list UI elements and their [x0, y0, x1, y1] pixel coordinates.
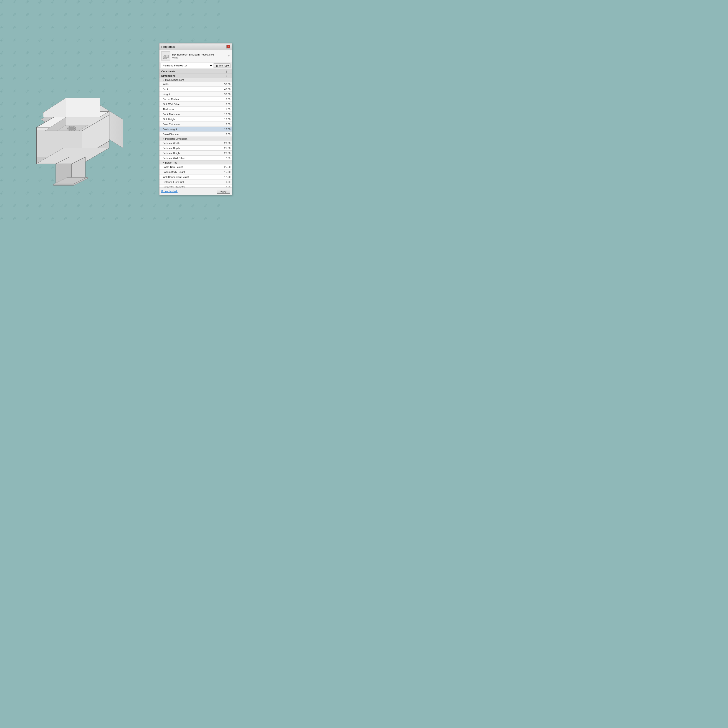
- prop-row-height: Height 90.00: [159, 92, 232, 97]
- svg-marker-25: [54, 184, 74, 185]
- prop-value-sink-height[interactable]: 15.00: [216, 118, 232, 121]
- item-name: RD_Bathroom Sink Semi Pedestal 05: [172, 53, 226, 57]
- section-dimensions-collapse: ⋮⋮: [225, 75, 230, 77]
- prop-value-drain-diameter[interactable]: 6.00: [216, 132, 232, 136]
- item-thumbnail: [161, 51, 170, 61]
- prop-label-pedestal-depth: Pedestal Depth: [159, 146, 216, 150]
- bottle-trap-arrow-icon: ▶: [163, 162, 164, 164]
- prop-row-basin-height: Basin Height 12.00: [159, 127, 232, 132]
- properties-scroll-area[interactable]: Constraints ⋮⋮ Dimensions ⋮⋮ ▶ Main Dime…: [159, 69, 232, 187]
- prop-value-pedestal-width[interactable]: 20.00: [216, 141, 232, 145]
- prop-row-pedestal-wall-offset: Pedestal Wall Offset 2.00: [159, 156, 232, 161]
- prop-label-width: Width: [159, 83, 216, 86]
- prop-value-thickness[interactable]: 1.00: [216, 107, 232, 111]
- prop-value-pedestal-depth[interactable]: 25.00: [216, 146, 232, 150]
- subsection-main-label: Main Dimensions: [165, 78, 184, 81]
- prop-value-bottle-trap-height[interactable]: 25.50: [216, 165, 232, 169]
- prop-value-width[interactable]: 50.00: [216, 83, 232, 86]
- prop-value-base-thickness[interactable]: 3.00: [216, 122, 232, 126]
- prop-value-basin-height[interactable]: 12.00: [216, 127, 232, 131]
- subsection-pedestal-label: Pedestal Dimension: [165, 138, 187, 140]
- prop-label-drain-diameter: Drain Diameter: [159, 132, 216, 136]
- prop-value-height[interactable]: 90.00: [216, 92, 232, 96]
- prop-label-distance-from-wall: Distance From Wall: [159, 180, 216, 184]
- subsection-arrow-icon: ▶: [163, 79, 164, 81]
- prop-value-sink-wall-offset[interactable]: 3.00: [216, 102, 232, 106]
- prop-value-connector-diameter[interactable]: 3.20: [216, 185, 232, 188]
- prop-row-wall-connection-height: Wall Connection Height 12.00: [159, 174, 232, 179]
- svg-marker-15: [66, 98, 100, 117]
- svg-marker-14: [43, 98, 66, 117]
- prop-row-pedestal-depth: Pedestal Depth 25.00: [159, 145, 232, 151]
- panel-footer: Properties help Apply: [159, 187, 232, 195]
- subsection-bottle-trap[interactable]: ▶ Bottle Trap: [159, 161, 232, 165]
- prop-value-pedestal-wall-offset[interactable]: 2.00: [216, 156, 232, 160]
- prop-label-bottle-trap-height: Bottle Trap Height: [159, 165, 216, 169]
- prop-label-corner-radius: Corner Radius: [159, 97, 216, 101]
- panel-header: RD_Bathroom Sink Semi Pedestal 05 White …: [159, 50, 232, 62]
- edit-type-label: Edit Type: [219, 64, 229, 67]
- prop-value-back-thickness[interactable]: 10.00: [216, 112, 232, 116]
- prop-row-bottom-body-height: Bottom Body Height 15.00: [159, 170, 232, 174]
- item-subname: White: [172, 57, 226, 59]
- prop-row-depth: Depth 40.00: [159, 87, 232, 92]
- prop-label-back-thickness: Back Thickness: [159, 112, 216, 116]
- prop-label-basin-height: Basin Height: [159, 127, 216, 131]
- subsection-pedestal-dimensions[interactable]: ▶ Pedestal Dimension: [159, 137, 232, 141]
- prop-row-distance-from-wall: Distance From Wall 0.00: [159, 179, 232, 185]
- prop-label-depth: Depth: [159, 87, 216, 91]
- edit-type-icon: ▦: [216, 64, 218, 67]
- prop-label-sink-wall-offset: Sink Wall Offset: [159, 102, 216, 106]
- prop-row-sink-height: Sink Height 15.00: [159, 117, 232, 122]
- type-selector[interactable]: Plumbing Fixtures (1): [161, 63, 213, 68]
- subsection-main-dimensions[interactable]: ▶ Main Dimensions: [159, 78, 232, 82]
- prop-row-thickness: Thickness 1.00: [159, 107, 232, 112]
- prop-row-connector-diameter: Connector Diameter 3.20: [159, 185, 232, 187]
- edit-type-button[interactable]: ▦ Edit Type: [214, 63, 231, 68]
- prop-row-bottle-trap-height: Bottle Trap Height 25.50: [159, 165, 232, 170]
- prop-row-pedestal-height: Pedestal Height 28.00: [159, 151, 232, 156]
- prop-row-drain-diameter: Drain Diameter 6.00: [159, 132, 232, 137]
- prop-row-width: Width 50.00: [159, 82, 232, 87]
- pedestal-arrow-icon: ▶: [163, 138, 164, 140]
- prop-value-depth[interactable]: 40.00: [216, 87, 232, 91]
- prop-row-sink-wall-offset: Sink Wall Offset 3.00: [159, 102, 232, 107]
- panel-title: Properties: [161, 45, 175, 49]
- section-dimensions-label: Dimensions: [161, 74, 175, 77]
- prop-row-back-thickness: Back Thickness 10.00: [159, 112, 232, 117]
- apply-button[interactable]: Apply: [217, 189, 230, 194]
- properties-help-link[interactable]: Properties help: [161, 190, 178, 193]
- section-constraints-label: Constraints: [161, 70, 175, 73]
- prop-label-sink-height: Sink Height: [159, 118, 216, 121]
- close-button[interactable]: ×: [226, 45, 230, 49]
- panel-toolbar: Plumbing Fixtures (1) ▦ Edit Type: [159, 62, 232, 69]
- section-dimensions[interactable]: Dimensions ⋮⋮: [159, 73, 232, 78]
- svg-point-13: [69, 127, 75, 130]
- prop-label-height: Height: [159, 92, 216, 96]
- prop-value-pedestal-height[interactable]: 28.00: [216, 151, 232, 155]
- prop-label-connector-diameter: Connector Diameter: [159, 185, 216, 188]
- prop-row-pedestal-width: Pedestal Width 20.00: [159, 141, 232, 145]
- prop-label-thickness: Thickness: [159, 107, 216, 111]
- section-constraints-collapse: ⋮⋮: [225, 70, 230, 73]
- prop-value-bottom-body-height[interactable]: 15.00: [216, 170, 232, 174]
- prop-value-wall-connection-height[interactable]: 12.00: [216, 175, 232, 179]
- prop-row-corner-radius: Corner Radius 3.00: [159, 97, 232, 102]
- subsection-bottle-trap-label: Bottle Trap: [165, 161, 177, 164]
- properties-panel: Properties × RD_Bathroom Sink Semi Pedes…: [159, 43, 232, 195]
- prop-value-distance-from-wall[interactable]: 0.00: [216, 180, 232, 184]
- panel-header-arrow: ▼: [228, 55, 230, 57]
- prop-label-bottom-body-height: Bottom Body Height: [159, 170, 216, 174]
- sink-illustration: [14, 64, 145, 191]
- prop-value-corner-radius[interactable]: 3.00: [216, 97, 232, 101]
- prop-label-pedestal-wall-offset: Pedestal Wall Offset: [159, 156, 216, 160]
- prop-label-pedestal-height: Pedestal Height: [159, 151, 216, 155]
- prop-label-wall-connection-height: Wall Connection Height: [159, 175, 216, 179]
- svg-marker-31: [165, 55, 168, 57]
- prop-row-base-thickness: Base Thickness 3.00: [159, 122, 232, 127]
- panel-titlebar: Properties ×: [159, 43, 232, 50]
- prop-label-base-thickness: Base Thickness: [159, 122, 216, 126]
- section-constraints[interactable]: Constraints ⋮⋮: [159, 69, 232, 73]
- prop-label-pedestal-width: Pedestal Width: [159, 141, 216, 145]
